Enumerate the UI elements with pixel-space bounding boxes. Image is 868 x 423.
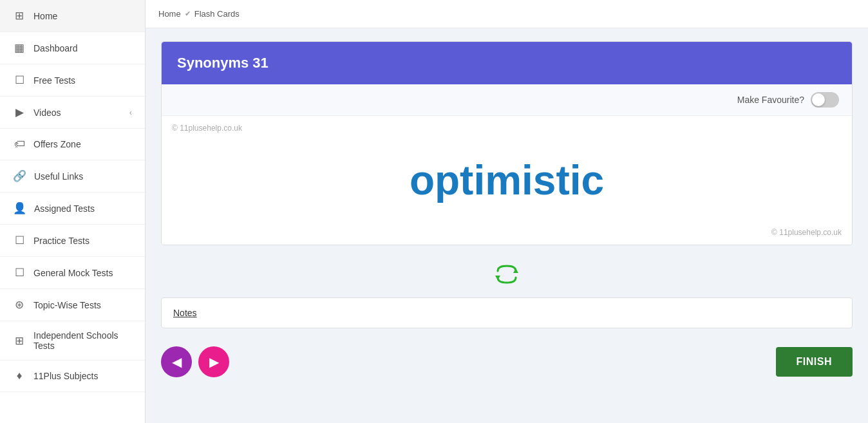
- flip-icon[interactable]: [495, 265, 518, 288]
- sidebar-item-label: Dashboard: [33, 43, 78, 53]
- flashcard-title: Synonyms 31: [162, 42, 852, 84]
- practice-tests-icon: ☐: [13, 234, 26, 247]
- copyright-top: © 11plusehelp.co.uk: [172, 124, 242, 133]
- next-icon: ▶: [209, 354, 219, 370]
- videos-icon: ▶: [13, 106, 26, 119]
- free-tests-icon: ☐: [13, 73, 26, 87]
- general-mock-icon: ☐: [13, 266, 26, 279]
- sidebar-item-useful-links[interactable]: 🔗 Useful Links: [0, 160, 145, 193]
- svg-marker-1: [495, 276, 500, 280]
- sidebar: ⊞ Home ▦ Dashboard ☐ Free Tests ▶ Videos…: [0, 0, 146, 423]
- notes-container: Notes: [161, 297, 853, 328]
- sidebar-item-home[interactable]: ⊞ Home: [0, 0, 145, 32]
- sidebar-item-label: Practice Tests: [33, 236, 90, 246]
- svg-marker-0: [513, 268, 518, 273]
- content-area: Synonyms 31 Make Favourite? © 11plusehel…: [146, 28, 868, 423]
- navigation-row: ◀ ▶ FINISH: [161, 341, 853, 382]
- sidebar-item-label: Free Tests: [33, 75, 75, 86]
- prev-button[interactable]: ◀: [161, 346, 192, 377]
- sidebar-item-11plus-subjects[interactable]: ♦ 11Plus Subjects: [0, 361, 145, 392]
- sidebar-item-offers-zone[interactable]: 🏷 Offers Zone: [0, 129, 145, 160]
- next-button[interactable]: ▶: [198, 346, 229, 377]
- sidebar-item-label: General Mock Tests: [33, 268, 113, 278]
- finish-button[interactable]: FINISH: [776, 347, 853, 377]
- sidebar-item-label: Topic-Wise Tests: [33, 300, 101, 310]
- copyright-bottom: © 11plusehelp.co.uk: [771, 228, 842, 237]
- flashcard-word: optimistic: [410, 156, 604, 204]
- sidebar-item-free-tests[interactable]: ☐ Free Tests: [0, 64, 145, 97]
- topic-wise-icon: ⊛: [13, 298, 26, 312]
- sidebar-item-label: 11Plus Subjects: [33, 371, 98, 381]
- breadcrumb-separator: ✔: [185, 10, 191, 18]
- prev-icon: ◀: [172, 354, 182, 370]
- breadcrumb-home[interactable]: Home: [158, 9, 181, 19]
- sidebar-item-topic-wise-tests[interactable]: ⊛ Topic-Wise Tests: [0, 289, 145, 321]
- home-icon: ⊞: [13, 9, 26, 23]
- sidebar-item-label: Useful Links: [34, 171, 83, 182]
- sidebar-item-videos[interactable]: ▶ Videos ‹: [0, 97, 145, 129]
- notes-link[interactable]: Notes: [173, 308, 197, 318]
- sidebar-item-general-mock-tests[interactable]: ☐ General Mock Tests: [0, 257, 145, 289]
- main-content: Home ✔ Flash Cards Synonyms 31 Make Favo…: [146, 0, 868, 423]
- assigned-tests-icon: 👤: [13, 202, 26, 215]
- sidebar-item-label: Home: [33, 11, 57, 21]
- sidebar-item-label: Offers Zone: [33, 139, 81, 149]
- sidebar-item-label: Independent Schools Tests: [33, 330, 132, 351]
- independent-schools-icon: ⊞: [13, 334, 26, 348]
- favourite-label: Make Favourite?: [737, 95, 804, 105]
- flip-row: [161, 256, 853, 297]
- flashcard-word-area: © 11plusehelp.co.uk optimistic © 11pluse…: [162, 116, 852, 245]
- sidebar-item-practice-tests[interactable]: ☐ Practice Tests: [0, 225, 145, 257]
- favourite-row: Make Favourite?: [162, 84, 852, 116]
- flashcard-container: Synonyms 31 Make Favourite? © 11plusehel…: [161, 41, 853, 245]
- sidebar-item-assigned-tests[interactable]: 👤 Assigned Tests: [0, 193, 145, 225]
- breadcrumb: Home ✔ Flash Cards: [146, 0, 868, 28]
- sidebar-item-dashboard[interactable]: ▦ Dashboard: [0, 32, 145, 64]
- offers-icon: 🏷: [13, 138, 26, 151]
- sidebar-item-independent-schools-tests[interactable]: ⊞ Independent Schools Tests: [0, 321, 145, 361]
- nav-buttons: ◀ ▶: [161, 346, 229, 377]
- sidebar-item-label: Videos: [33, 108, 61, 118]
- breadcrumb-current: Flash Cards: [194, 9, 240, 19]
- useful-links-icon: 🔗: [13, 169, 26, 183]
- sidebar-item-label: Assigned Tests: [34, 203, 95, 214]
- favourite-toggle[interactable]: [811, 92, 839, 108]
- chevron-left-icon: ‹: [129, 108, 132, 117]
- 11plus-icon: ♦: [13, 370, 26, 382]
- dashboard-icon: ▦: [13, 41, 26, 55]
